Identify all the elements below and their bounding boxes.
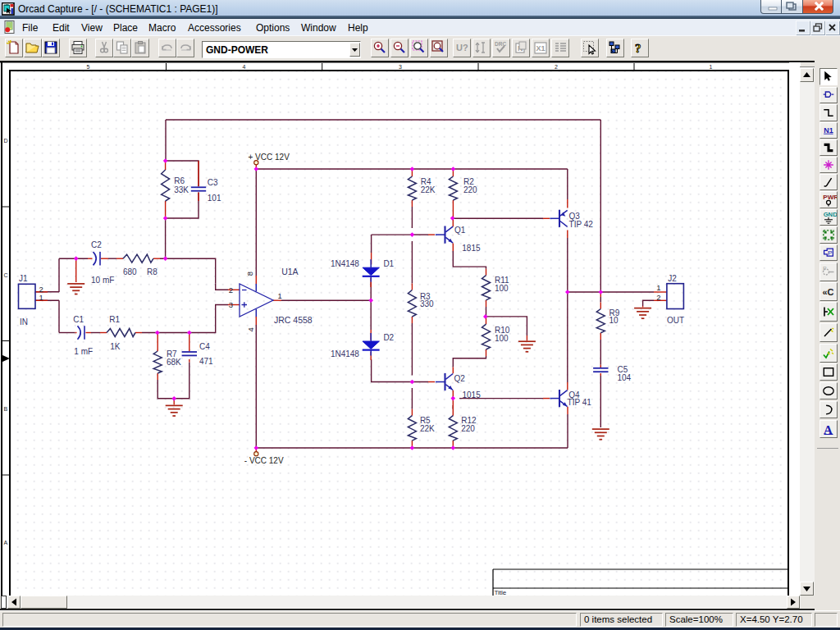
svg-text:GND: GND xyxy=(824,211,837,218)
svg-text:P: P xyxy=(823,265,827,271)
svg-text:Title: Title xyxy=(495,589,507,596)
svg-text:4: 4 xyxy=(246,327,255,331)
svg-text:Q1: Q1 xyxy=(454,226,466,235)
svg-text:D: D xyxy=(4,138,8,144)
svg-text:1: 1 xyxy=(278,291,282,300)
svg-text:471: 471 xyxy=(199,357,213,366)
svg-text:«C: «C xyxy=(823,286,834,296)
svg-text:N1: N1 xyxy=(824,126,833,135)
svg-text:C4: C4 xyxy=(199,342,210,351)
svg-text:R1: R1 xyxy=(109,315,120,324)
svg-text:1015: 1015 xyxy=(463,390,482,399)
svg-text:3: 3 xyxy=(399,64,402,70)
svg-text:2: 2 xyxy=(39,285,43,294)
svg-text:DRC: DRC xyxy=(495,41,506,47)
svg-text:C3: C3 xyxy=(208,178,218,187)
svg-text:R6: R6 xyxy=(174,176,185,185)
svg-text:D2: D2 xyxy=(383,333,394,342)
svg-text:- VCC 12V: - VCC 12V xyxy=(244,456,284,465)
svg-text:1: 1 xyxy=(710,64,713,70)
svg-text:220: 220 xyxy=(461,424,475,433)
svg-text:+ VCC 12V: + VCC 12V xyxy=(249,153,290,162)
svg-text:PWR: PWR xyxy=(823,194,837,201)
svg-text:R8: R8 xyxy=(147,267,158,276)
svg-text:IN: IN xyxy=(20,317,28,326)
svg-text:1K: 1K xyxy=(110,342,121,351)
svg-text:JRC 4558: JRC 4558 xyxy=(274,315,313,325)
svg-text:4: 4 xyxy=(243,64,246,70)
svg-text:10: 10 xyxy=(609,316,619,325)
svg-text:A: A xyxy=(4,540,8,546)
svg-text:100: 100 xyxy=(495,334,509,343)
svg-text:220: 220 xyxy=(463,185,477,194)
svg-text:10 mF: 10 mF xyxy=(91,276,114,285)
svg-text:1N4148: 1N4148 xyxy=(331,259,359,268)
svg-text:2: 2 xyxy=(229,285,233,294)
svg-text:J2: J2 xyxy=(668,274,677,283)
svg-text:TIP 41: TIP 41 xyxy=(568,398,592,407)
svg-text:330: 330 xyxy=(420,299,434,308)
svg-text:1: 1 xyxy=(39,293,43,302)
svg-text:D1: D1 xyxy=(383,259,394,268)
svg-text:1 mF: 1 mF xyxy=(74,347,93,356)
svg-text:680: 680 xyxy=(123,267,137,276)
svg-text:1N4148: 1N4148 xyxy=(331,349,359,358)
svg-text:U?: U? xyxy=(456,43,468,52)
svg-text:C: C xyxy=(4,272,8,278)
svg-text:TIP 42: TIP 42 xyxy=(569,220,594,229)
svg-text:2: 2 xyxy=(555,64,558,70)
svg-text:1815: 1815 xyxy=(462,244,481,253)
svg-text:X1: X1 xyxy=(536,44,546,52)
svg-text:J1: J1 xyxy=(19,274,28,283)
svg-text:100: 100 xyxy=(495,284,509,293)
svg-text:104: 104 xyxy=(618,373,632,382)
svg-text:P: P xyxy=(828,249,832,257)
svg-text:33K: 33K xyxy=(174,185,189,194)
svg-text:68K: 68K xyxy=(167,358,181,367)
svg-text:22K: 22K xyxy=(420,424,435,433)
svg-text:101: 101 xyxy=(208,194,221,203)
svg-text:?: ? xyxy=(635,42,641,55)
svg-text:B: B xyxy=(4,406,8,412)
svg-text:5: 5 xyxy=(87,64,90,70)
svg-text:C1: C1 xyxy=(73,315,84,324)
svg-text:8: 8 xyxy=(246,272,255,276)
svg-text:U1A: U1A xyxy=(281,267,298,276)
svg-text:Q2: Q2 xyxy=(454,374,466,383)
svg-text:3: 3 xyxy=(229,300,233,309)
svg-text:2: 2 xyxy=(656,293,660,302)
svg-text:22K: 22K xyxy=(421,185,436,194)
svg-text:1: 1 xyxy=(656,283,660,292)
svg-text:OUT: OUT xyxy=(667,316,684,325)
svg-text:C2: C2 xyxy=(91,240,102,249)
